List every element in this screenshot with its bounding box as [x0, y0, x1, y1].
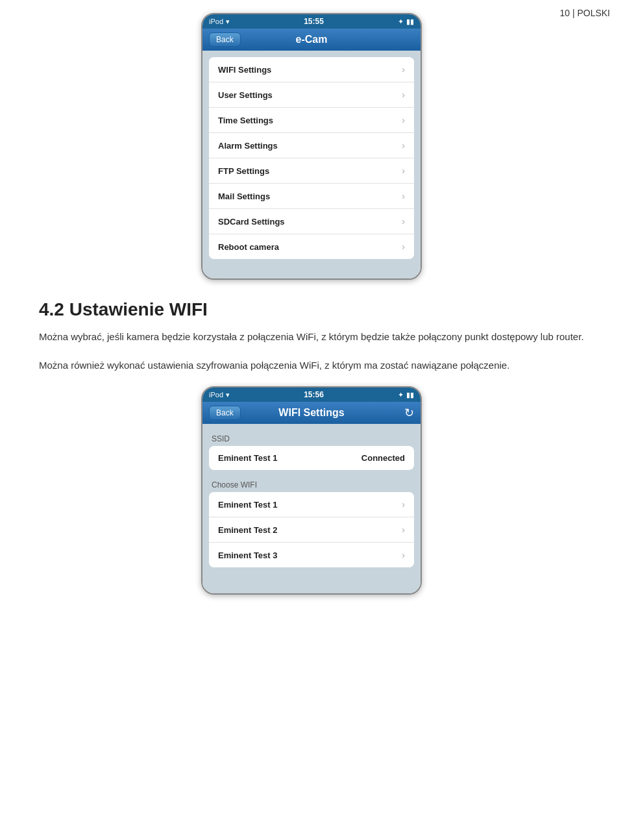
- first-navbar: Back e-Cam: [202, 29, 421, 51]
- settings-list: WIFI Settings › User Settings › Time Set…: [209, 57, 414, 259]
- connected-item[interactable]: Eminent Test 1 Connected: [209, 446, 414, 470]
- wifi-item-label: Eminent Test 3: [218, 550, 278, 560]
- connected-status: Connected: [361, 453, 405, 463]
- chevron-icon: ›: [402, 64, 405, 75]
- first-iphone-body: WIFI Settings › User Settings › Time Set…: [202, 51, 421, 278]
- page-number: 10 | POLSKI: [559, 8, 610, 18]
- refresh-button[interactable]: ↻: [404, 406, 414, 420]
- choose-wifi-label: Choose WIFI: [202, 476, 421, 492]
- list-item[interactable]: Alarm Settings ›: [209, 133, 414, 158]
- wifi-icon: ▾: [226, 18, 230, 26]
- first-navbar-title: e-Cam: [296, 34, 328, 45]
- battery-icon: ▮▮: [406, 391, 414, 399]
- chevron-icon: ›: [402, 166, 405, 176]
- wifi-choose-list: Eminent Test 1 › Eminent Test 2 › Eminen…: [209, 492, 414, 567]
- chevron-icon: ›: [402, 216, 405, 227]
- bottom-space-2: [202, 574, 421, 587]
- back-button-2[interactable]: Back: [209, 406, 241, 420]
- battery-icon: ▮▮: [406, 18, 414, 26]
- chevron-icon: ›: [402, 525, 405, 535]
- section-text-2: Można również wykonać ustawienia szyfrow…: [39, 358, 584, 373]
- list-item[interactable]: Time Settings ›: [209, 108, 414, 133]
- reboot-camera-label: Reboot camera: [218, 242, 279, 252]
- status-right: ✦ ▮▮: [398, 18, 414, 26]
- item-label: Mail Settings: [218, 191, 270, 201]
- wifi-connected-box: Eminent Test 1 Connected: [209, 446, 414, 470]
- status-time: 15:55: [304, 17, 324, 26]
- list-item[interactable]: Eminent Test 2 ›: [209, 517, 414, 543]
- second-navbar-title: WIFI Settings: [278, 407, 344, 419]
- bluetooth-icon: ✦: [398, 18, 404, 26]
- first-iphone-mockup: iPod ▾ 15:55 ✦ ▮▮ Back e-Cam WIFI Settin…: [201, 13, 422, 280]
- connected-network-name: Eminent Test 1: [218, 453, 278, 463]
- chevron-icon: ›: [402, 191, 405, 201]
- wifi-body: SSID Eminent Test 1 Connected Choose WIF…: [202, 424, 421, 593]
- chevron-icon: ›: [402, 115, 405, 125]
- chevron-icon: ›: [402, 241, 405, 252]
- second-iphone-mockup: iPod ▾ 15:56 ✦ ▮▮ Back WIFI Settings ↻ S…: [201, 386, 422, 595]
- ipod-label: iPod: [209, 18, 223, 25]
- section-heading: 4.2 Ustawienie WIFI: [39, 299, 584, 320]
- reboot-camera-item[interactable]: Reboot camera ›: [209, 234, 414, 259]
- page-content: 10 | POLSKI iPod ▾ 15:55 ✦ ▮▮ Back e-Cam…: [0, 0, 623, 614]
- list-item[interactable]: Eminent Test 1 ›: [209, 492, 414, 517]
- second-navbar: Back WIFI Settings ↻: [202, 402, 421, 424]
- status-left: iPod ▾: [209, 391, 230, 399]
- list-item[interactable]: WIFI Settings ›: [209, 57, 414, 82]
- ipod-label: iPod: [209, 391, 223, 399]
- list-item[interactable]: Mail Settings ›: [209, 184, 414, 209]
- back-button[interactable]: Back: [209, 32, 241, 47]
- item-label: User Settings: [218, 90, 273, 100]
- list-item[interactable]: Eminent Test 3 ›: [209, 543, 414, 567]
- bluetooth-icon: ✦: [398, 391, 404, 399]
- status-left: iPod ▾: [209, 18, 230, 26]
- item-label: Time Settings: [218, 116, 273, 125]
- item-label: Alarm Settings: [218, 141, 278, 151]
- bottom-space: [202, 259, 421, 272]
- first-statusbar: iPod ▾ 15:55 ✦ ▮▮: [202, 14, 421, 29]
- chevron-icon: ›: [402, 499, 405, 510]
- status-right: ✦ ▮▮: [398, 391, 414, 399]
- second-statusbar: iPod ▾ 15:56 ✦ ▮▮: [202, 388, 421, 402]
- chevron-icon: ›: [402, 140, 405, 151]
- list-item[interactable]: SDCard Settings ›: [209, 209, 414, 234]
- section-text-1: Można wybrać, jeśli kamera będzie korzys…: [39, 329, 584, 345]
- chevron-icon: ›: [402, 90, 405, 100]
- item-label: WIFI Settings: [218, 65, 271, 75]
- wifi-item-label: Eminent Test 2: [218, 525, 278, 535]
- wifi-item-label: Eminent Test 1: [218, 500, 278, 510]
- list-item[interactable]: User Settings ›: [209, 82, 414, 108]
- list-item[interactable]: FTP Settings ›: [209, 158, 414, 184]
- item-label: SDCard Settings: [218, 217, 285, 227]
- chevron-icon: ›: [402, 550, 405, 560]
- status-time: 15:56: [304, 390, 324, 399]
- ssid-label: SSID: [202, 430, 421, 446]
- item-label: FTP Settings: [218, 166, 269, 176]
- wifi-icon: ▾: [226, 391, 230, 399]
